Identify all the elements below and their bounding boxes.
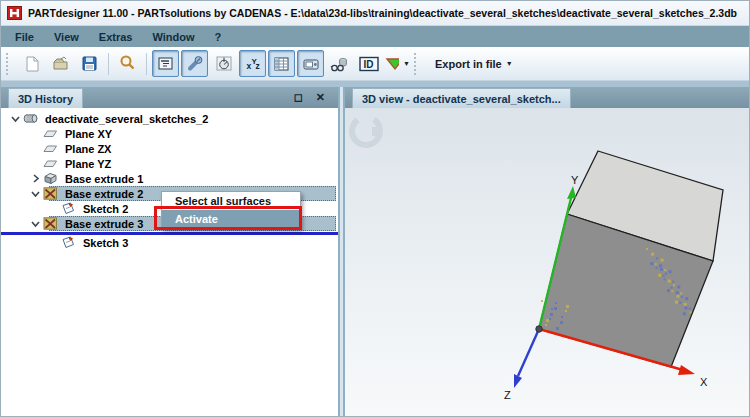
magnifier-button[interactable] <box>114 50 141 77</box>
chevron-down-icon: ▼ <box>403 60 410 67</box>
close-button[interactable]: ✕ <box>316 92 325 103</box>
chevron-down-icon[interactable] <box>27 188 43 199</box>
3d-scene: Y X Z <box>345 108 750 417</box>
window-title: PARTdesigner 11.00 - PARTsolutions by CA… <box>28 7 737 19</box>
y-axis-arrow <box>567 186 576 199</box>
sketch-circle-icon <box>215 55 233 73</box>
chevron-right-icon[interactable] <box>27 173 43 184</box>
tab-3d-view[interactable]: 3D view - deactivate_several_sketch... <box>352 88 571 108</box>
history-panel-icon <box>157 55 175 73</box>
plane-icon <box>43 142 58 155</box>
sketch-icon <box>61 236 77 249</box>
plane-icon <box>43 142 59 155</box>
plane-icon <box>43 127 59 140</box>
chevron-down-icon <box>30 188 41 199</box>
sketch-icon <box>61 202 77 215</box>
screw-button[interactable] <box>181 50 208 77</box>
export-triangle-button[interactable]: ▼ <box>384 50 411 77</box>
history-panel-header: 3D History ◻ ✕ <box>1 87 338 108</box>
toolbar-separator <box>108 53 109 75</box>
toolbar-drag-handle[interactable] <box>6 53 13 75</box>
toolbar: xYzID▼Export in file▼ <box>1 47 749 81</box>
toolbar-separator <box>146 53 147 75</box>
tree-item-label: Base extrude 3 <box>62 218 146 230</box>
menu-file[interactable]: File <box>5 29 44 45</box>
tree-item-label: Sketch 2 <box>80 203 131 215</box>
export-in-file-label: Export in file <box>435 58 502 70</box>
extrude-icon <box>43 172 58 185</box>
svg-text:ID: ID <box>363 58 373 69</box>
menu-extras[interactable]: Extras <box>89 29 143 45</box>
chevron-down-icon[interactable] <box>7 113 23 124</box>
rotate-view-icon <box>347 112 386 151</box>
tree-item-label: Base extrude 2 <box>62 188 146 200</box>
xyz-axes-icon: xYz <box>244 55 262 73</box>
camera-view-button[interactable] <box>297 50 324 77</box>
sketch-circle-button[interactable] <box>210 50 237 77</box>
3d-viewport[interactable]: Y X Z <box>345 108 749 417</box>
menu-bar: FileViewExtrasWindow? <box>1 26 749 47</box>
app-window: PARTdesigner 11.00 - PARTsolutions by CA… <box>0 0 750 417</box>
tab-3d-history[interactable]: 3D History <box>8 88 83 108</box>
x-axis-arrow <box>678 365 695 375</box>
magnifier-icon <box>118 54 137 73</box>
tree-item-plane-xy[interactable]: Plane XY <box>1 126 338 141</box>
tree-item-label: Base extrude 1 <box>62 173 146 185</box>
deactivated-icon <box>43 187 58 200</box>
view-panel: 3D view - deactivate_several_sketch... <box>345 87 749 417</box>
part-icon <box>23 112 39 125</box>
new-file-icon <box>23 55 41 73</box>
history-panel-button[interactable] <box>152 50 179 77</box>
x-axis-label: X <box>700 376 708 388</box>
tree-item-label: Plane XY <box>62 128 115 140</box>
y-axis-label: Y <box>571 174 579 186</box>
z-axis-arrow <box>514 374 522 388</box>
assembly-glasses-icon <box>330 55 349 73</box>
id-button[interactable]: ID <box>355 50 382 77</box>
tree-item-plane-yz[interactable]: Plane YZ <box>1 156 338 171</box>
svg-text:z: z <box>255 60 259 70</box>
maximize-button[interactable]: ◻ <box>294 92 303 103</box>
export-in-file-button[interactable]: Export in file▼ <box>426 50 522 77</box>
history-panel-buttons: ◻ ✕ <box>294 87 338 108</box>
assembly-glasses-button[interactable] <box>326 50 353 77</box>
menu-view[interactable]: View <box>44 29 89 45</box>
save-button[interactable] <box>76 50 103 77</box>
new-file-button[interactable] <box>18 50 45 77</box>
tree-item-label: Sketch 3 <box>80 237 131 249</box>
title-bar: PARTdesigner 11.00 - PARTsolutions by CA… <box>1 1 749 26</box>
tree-item-label: Plane ZX <box>62 143 114 155</box>
export-triangle-icon <box>385 56 399 72</box>
menu-item-activate[interactable]: Activate <box>162 210 300 228</box>
plane-icon <box>43 157 59 170</box>
plane-icon <box>43 127 58 140</box>
context-menu: Select all surfacesActivate <box>161 191 301 229</box>
menu-item-select-all-surfaces[interactable]: Select all surfaces <box>162 192 300 210</box>
deactivated-icon <box>43 187 59 200</box>
menu-window[interactable]: Window <box>142 29 204 45</box>
tree-item-base-extrude-1[interactable]: Base extrude 1 <box>1 171 338 186</box>
save-icon <box>81 55 99 73</box>
part-icon <box>23 112 38 125</box>
menu-[interactable]: ? <box>205 29 232 45</box>
origin-point <box>536 326 542 332</box>
z-axis <box>518 329 539 376</box>
deactivated-icon <box>43 217 59 230</box>
tree-item-plane-zx[interactable]: Plane ZX <box>1 141 338 156</box>
toolbar-drag-handle[interactable] <box>414 53 421 75</box>
history-tree: deactivate_several_sketches_2Plane XYPla… <box>1 108 338 417</box>
sketch-icon <box>61 202 76 215</box>
panel-splitter[interactable] <box>338 87 345 417</box>
z-axis-label: Z <box>504 389 511 401</box>
tree-item-label: deactivate_several_sketches_2 <box>42 113 211 125</box>
camera-view-icon <box>302 55 320 73</box>
chevron-down-icon <box>30 218 41 229</box>
xyz-axes-button[interactable]: xYz <box>239 50 266 77</box>
tree-item-sketch-3[interactable]: Sketch 3 <box>1 235 338 250</box>
table-button[interactable] <box>268 50 295 77</box>
chevron-down-icon[interactable] <box>27 218 43 229</box>
plane-icon <box>43 157 58 170</box>
panel-area: 3D History ◻ ✕ deactivate_several_sketch… <box>1 87 749 417</box>
tree-item-deactivate-several-sketches-2[interactable]: deactivate_several_sketches_2 <box>1 111 338 126</box>
open-folder-button[interactable] <box>47 50 74 77</box>
